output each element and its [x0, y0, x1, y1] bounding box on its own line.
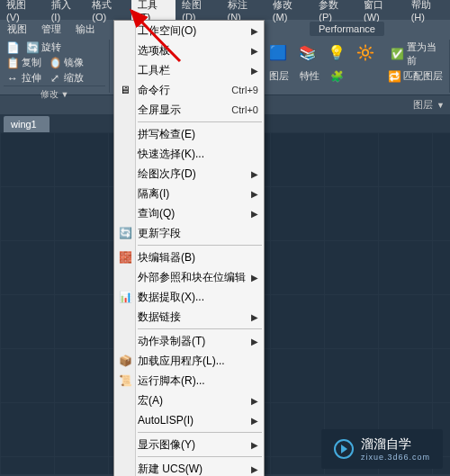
menu-separator	[138, 121, 262, 122]
submenu-arrow-icon: ▶	[251, 396, 258, 406]
label: 置为当前	[407, 40, 443, 67]
menu-separator	[138, 432, 262, 433]
menu-item[interactable]: AutoLISP(I)▶	[114, 410, 264, 430]
match-layer[interactable]: 🔁匹配图层	[385, 68, 446, 84]
submenu-arrow-icon: ▶	[251, 440, 258, 450]
menu-item[interactable]: 动作录制器(T)▶	[114, 331, 264, 351]
ribbon-mirror[interactable]: 🪞镜像	[46, 55, 86, 70]
submenu-arrow-icon: ▶	[251, 26, 258, 36]
menu-item[interactable]: 全屏显示Ctrl+0	[114, 100, 264, 120]
check-icon: ✅	[392, 48, 404, 60]
match-icon: 🔁	[388, 70, 400, 83]
label: 匹配图层	[403, 69, 443, 83]
ribbon-props[interactable]: 特性	[297, 68, 322, 84]
menu-item[interactable]: 宏(A)▶	[114, 391, 264, 410]
menu-item[interactable]: 显示图像(Y)▶	[114, 435, 264, 454]
group-label-modify: 修改▼	[4, 85, 105, 101]
menu-item[interactable]: 📦加载应用程序(L)...	[114, 351, 264, 371]
ribbon-tab-manage[interactable]: 管理	[34, 21, 68, 38]
ribbon-copy[interactable]: 📋复制	[4, 55, 44, 70]
menu-separator	[138, 328, 262, 329]
submenu-arrow-icon: ▶	[251, 464, 258, 474]
menu-item-label: 工作空间(O)	[138, 23, 196, 39]
menu-item[interactable]: 查询(Q)▶	[114, 203, 264, 223]
menu-item-label: 命令行	[138, 83, 170, 98]
watermark-brand: 溜溜自学	[361, 436, 430, 453]
menu-item-label: 数据链接	[138, 310, 181, 325]
menu-shortcut: Ctrl+0	[231, 104, 258, 115]
layer-panel-label[interactable]: 图层	[413, 98, 433, 112]
menu-item-icon: 📊	[118, 290, 132, 304]
rotate-icon: 🔄	[26, 41, 39, 54]
menu-item[interactable]: 隔离(I)▶	[114, 184, 264, 203]
menu-item[interactable]: 拼写检查(E)	[114, 124, 264, 144]
stretch-icon: ↔	[6, 72, 19, 85]
menu-item[interactable]: 数据链接▶	[114, 307, 264, 327]
menu-item[interactable]: 🧱块编辑器(B)	[114, 247, 264, 267]
ribbon-group-layers: 🟦 📚 💡 🔆 ✅置为当前 图层 特性 🧩 🔁匹配图层	[263, 40, 450, 93]
menubar: 视图(V) 插入(I) 格式(O) 工具(T) 绘图(D) 标注(N) 修改(M…	[0, 0, 450, 20]
menu-item[interactable]: 新建 UCS(W)▶	[114, 459, 264, 476]
tools-menu-dropdown: 工作空间(O)▶选项板▶工具栏▶🖥命令行Ctrl+9全屏显示Ctrl+0拼写检查…	[113, 20, 265, 476]
submenu-arrow-icon: ▶	[251, 337, 258, 346]
menu-item-icon: 🖥	[118, 83, 132, 97]
ribbon-tab-view[interactable]: 视图	[0, 21, 34, 38]
set-current[interactable]: ✅置为当前	[389, 40, 446, 68]
layers-icon[interactable]: 📚	[295, 40, 319, 65]
ribbon-tab-output[interactable]: 输出	[68, 21, 103, 38]
menu-item-label: 外部参照和块在位编辑	[138, 270, 246, 285]
menu-item[interactable]: 🔄更新字段	[114, 223, 264, 243]
menu-item-icon: 📜	[118, 373, 132, 388]
menu-modify[interactable]: 修改(M)	[266, 0, 312, 25]
sun-icon[interactable]: 🔆	[354, 40, 377, 65]
ribbon-blocks[interactable]: 🧩	[328, 68, 346, 84]
drawing-tab[interactable]: wing1	[4, 116, 50, 132]
ribbon-btn[interactable]: 📄	[4, 40, 22, 55]
menu-item-label: 数据提取(X)...	[138, 290, 204, 305]
watermark: 溜溜自学 zixue.3d66.com	[321, 429, 443, 469]
menu-item-icon: 📦	[118, 354, 132, 368]
menu-shortcut: Ctrl+9	[231, 85, 258, 95]
menu-item[interactable]: 外部参照和块在位编辑▶	[114, 267, 264, 287]
ribbon-scale[interactable]: ⤢缩放	[46, 70, 86, 85]
label: 特性	[300, 69, 320, 83]
layer-properties-icon[interactable]: 🟦	[266, 40, 290, 65]
menu-item-label: 选项板	[138, 43, 170, 58]
ribbon-rotate[interactable]: 🔄旋转	[23, 40, 64, 55]
menu-item[interactable]: 🖥命令行Ctrl+9	[114, 80, 264, 100]
block-icon: 🧩	[330, 70, 343, 83]
mirror-icon: 🪞	[49, 57, 61, 69]
menu-item[interactable]: 工具栏▶	[114, 60, 264, 80]
menu-item[interactable]: 绘图次序(D)▶	[114, 164, 264, 184]
ribbon-layer[interactable]: 图层	[266, 68, 292, 84]
menu-item-label: 动作录制器(T)	[138, 334, 205, 349]
submenu-arrow-icon: ▶	[251, 209, 258, 219]
menu-item[interactable]: 📊数据提取(X)...	[114, 287, 264, 307]
menu-item-label: 工具栏	[138, 63, 170, 78]
light-icon[interactable]: 💡	[325, 40, 348, 65]
menu-item-label: 全屏显示	[138, 103, 181, 118]
menu-item-label: 绘图次序(D)	[138, 166, 196, 182]
menu-item-label: 运行脚本(R)...	[138, 373, 205, 389]
ribbon-stretch[interactable]: ↔拉伸	[4, 70, 44, 85]
menu-item-label: 快速选择(K)...	[138, 147, 204, 162]
label: 拉伸	[22, 71, 41, 85]
menu-item-label: 显示图像(Y)	[138, 437, 195, 453]
menu-item[interactable]: 选项板▶	[114, 40, 264, 60]
submenu-arrow-icon: ▶	[251, 416, 258, 426]
menu-item[interactable]: 快速选择(K)...	[114, 144, 264, 164]
menu-item[interactable]: 工作空间(O)▶	[114, 21, 264, 40]
menu-help[interactable]: 帮助(H)	[405, 0, 450, 25]
scale-icon: ⤢	[49, 72, 61, 85]
label: 复制	[22, 56, 41, 69]
menu-item[interactable]: 📜运行脚本(R)...	[114, 371, 264, 391]
submenu-arrow-icon: ▶	[251, 312, 258, 322]
label: 缩放	[64, 71, 84, 85]
submenu-arrow-icon: ▶	[251, 169, 258, 179]
submenu-arrow-icon: ▶	[251, 46, 258, 56]
menu-item-label: 查询(Q)	[138, 206, 175, 221]
menu-item-label: 更新字段	[138, 226, 181, 241]
label: 图层	[269, 69, 289, 83]
ribbon-tab-performance[interactable]: Performance	[310, 22, 384, 36]
menu-item-label: 拼写检查(E)	[138, 127, 195, 142]
